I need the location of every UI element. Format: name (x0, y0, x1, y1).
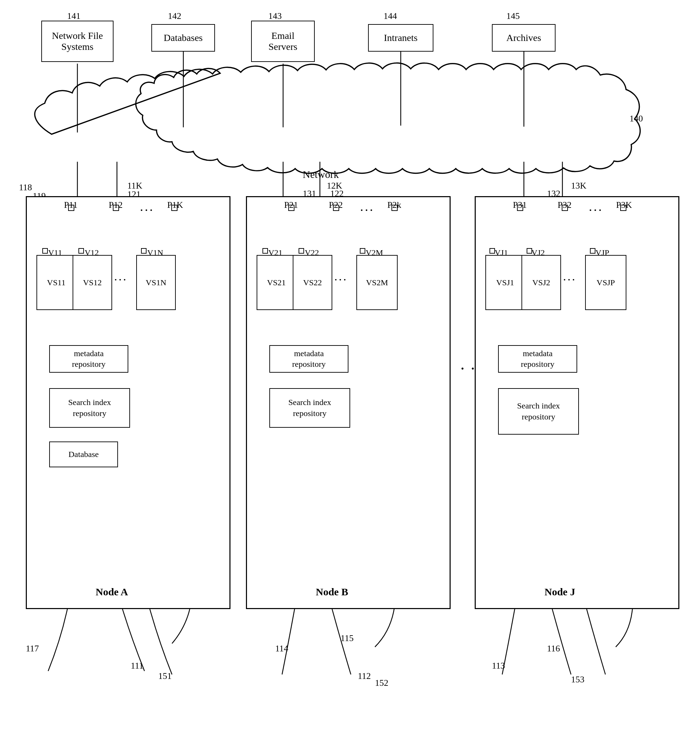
vs-jp: VSJP (585, 255, 626, 310)
node-j-box: P31 P32 P3K · · · VJ1 VJ2 VJP VSJ1 VSJ2 … (475, 196, 679, 609)
ref-151: 151 (158, 671, 172, 681)
node-j-label: Node J (545, 586, 575, 598)
metadata-repo-a: metadatarepository (49, 345, 128, 372)
vsq-vjp (590, 248, 596, 254)
source-archives: Archives (492, 24, 555, 52)
label-p1k: P1K (167, 200, 183, 210)
metadata-repo-j: metadatarepository (498, 345, 577, 372)
vsq-v12 (78, 248, 84, 254)
ref-153: 153 (571, 675, 584, 685)
label-p22: P22 (329, 200, 343, 210)
label-p2k: P2k (387, 200, 401, 210)
ref-143: 143 (268, 11, 282, 21)
dots-p2: · · · (361, 205, 373, 216)
vs-2m: VS2M (356, 255, 398, 310)
node-a-box: P11 P12 P1K · · · V11 V12 V1N VS11 VS12 … (26, 196, 230, 609)
dots-p3: · · · (589, 205, 601, 216)
label-p21: P21 (284, 200, 298, 210)
vsq-v1n (141, 248, 146, 254)
vs-1n: VS1N (136, 255, 176, 310)
label-p32: P32 (558, 200, 572, 210)
ref-112: 112 (358, 671, 371, 681)
metadata-repo-b: metadatarepository (269, 345, 348, 372)
network-label: Network (303, 169, 339, 180)
search-index-repo-a: Search indexrepository (49, 388, 130, 428)
ref-118: 118 (19, 183, 32, 193)
vs-j1: VSJ1 (485, 255, 525, 310)
node-b-label: Node B (316, 586, 348, 598)
vsq-v22 (299, 248, 304, 254)
dots-vs1: · · · (115, 275, 126, 285)
ref-144: 144 (384, 11, 397, 21)
ref-142: 142 (168, 11, 181, 21)
ref-114: 114 (275, 643, 288, 654)
ref-145: 145 (506, 11, 520, 21)
dots-p1: · · · (140, 205, 152, 216)
search-index-repo-j: Search indexrepository (498, 388, 579, 435)
diagram: 141 142 143 144 145 Network File Systems… (0, 0, 700, 745)
ref-152: 152 (375, 678, 388, 688)
ref-140: 140 (630, 114, 643, 124)
label-p31: P31 (513, 200, 527, 210)
vs-22: VS22 (293, 255, 332, 310)
vsq-vj2 (527, 248, 532, 254)
ref-141: 141 (67, 11, 81, 21)
source-databases: Databases (151, 24, 215, 52)
search-index-repo-b: Search indexrepository (269, 388, 350, 428)
ref-117: 117 (26, 643, 39, 654)
dots-vsj: · · · (563, 275, 575, 285)
database-a: Database (49, 441, 118, 467)
vs-12: VS12 (73, 255, 112, 310)
vsq-v21 (263, 248, 268, 254)
label-p12: P12 (109, 200, 122, 210)
ref-113: 113 (492, 661, 505, 671)
node-b-box: P21 P22 P2k · · · V21 V22 V2M VS21 VS22 … (246, 196, 451, 609)
ref-13k: 13K (571, 181, 587, 191)
dots-vs2: · · · (335, 275, 346, 285)
vs-11: VS11 (36, 255, 76, 310)
ref-116: 116 (547, 643, 560, 654)
ref-115: 115 (340, 633, 354, 643)
vsq-vj1 (490, 248, 495, 254)
vs-j2: VSJ2 (521, 255, 561, 310)
label-p3k: P3K (616, 200, 632, 210)
vs-21: VS21 (257, 255, 296, 310)
ref-111: 111 (131, 661, 143, 671)
source-network-file-systems: Network File Systems (41, 21, 113, 62)
vsq-v11 (42, 248, 48, 254)
source-email-servers: EmailServers (251, 21, 315, 62)
node-a-label: Node A (96, 586, 128, 598)
source-intranets: Intranets (368, 24, 433, 52)
label-p11: P11 (64, 200, 78, 210)
vsq-v2m (360, 248, 365, 254)
